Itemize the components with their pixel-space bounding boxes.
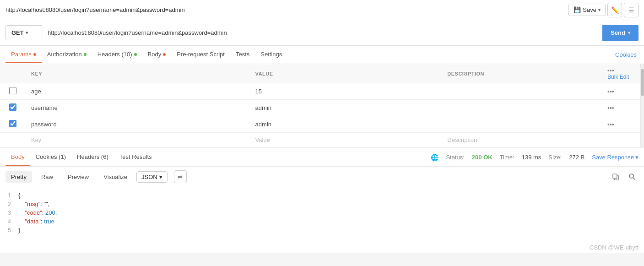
row-desc-cell[interactable] [442,83,602,100]
authorization-dot [84,53,87,56]
bulk-edit-button[interactable]: Bulk Edit [607,74,629,80]
send-chevron-icon: ▾ [628,30,630,35]
row-value-cell[interactable]: 15 [250,83,442,100]
format-tab-preview[interactable]: Preview [62,171,94,183]
more-actions-icon: ••• [607,67,614,74]
row-more-button[interactable]: ••• [607,88,614,95]
format-tab-raw[interactable]: Raw [36,171,59,183]
params-dot [33,53,36,56]
code-content: "msg": "", [18,201,49,207]
row-checkbox[interactable] [9,103,16,111]
status-area: 🌐 Status: 200 OK Time: 139 ms Size: 272 … [431,154,639,161]
row-key-cell[interactable]: username [26,100,250,116]
tab-settings[interactable]: Settings [255,46,287,63]
tab-prerequest[interactable]: Pre-request Script [171,46,230,63]
status-label: Status: [446,154,464,161]
row-value-cell[interactable]: admin [250,116,442,133]
code-line-4: 4 "data": true [0,217,644,226]
code-content: "code": 200, [18,209,57,216]
format-tab-pretty[interactable]: Pretty [5,171,32,183]
format-tab-pretty-label: Pretty [11,174,27,180]
scrollbar[interactable] [640,64,644,147]
url-input[interactable] [42,25,602,41]
row-desc-cell[interactable] [442,100,602,116]
row-checkbox-cell[interactable] [0,116,26,133]
row-checkbox[interactable] [9,120,16,127]
code-line-1: 1 { [0,191,644,200]
row-action-cell: ••• [602,100,640,116]
response-tab-test-results[interactable]: Test Results [114,149,157,166]
code-content: "data": true [18,218,54,225]
row-desc-placeholder[interactable]: Description [442,133,602,147]
tab-prerequest-label: Pre-request Script [177,51,225,58]
row-desc-cell[interactable] [442,116,602,133]
save-response-chevron: ▾ [635,154,639,161]
response-section: Body Cookies (1) Headers (6) Test Result… [0,147,644,253]
json-format-chevron: ▾ [159,174,162,180]
body-dot [163,53,166,56]
table-row: age 15 ••• [0,83,640,100]
row-action-cell [602,133,640,147]
response-tab-headers[interactable]: Headers (6) [71,149,114,166]
wrap-icon: ⇌ [178,174,183,180]
status-value: 200 OK [472,154,492,161]
top-url: http://localhost:8080/user/login?usernam… [5,6,185,13]
code-content: { [18,192,20,199]
row-key: username [31,104,58,111]
table-row-placeholder: Key Value Description [0,133,640,147]
save-icon: 💾 [574,6,581,13]
code-line-5: 5 } [0,226,644,234]
row-key-placeholder[interactable]: Key [26,133,250,147]
row-checkbox-cell[interactable] [0,100,26,116]
send-button[interactable]: Send ▾ [602,25,639,41]
tab-authorization-label: Authorization [47,51,82,58]
tab-body[interactable]: Body [142,46,172,63]
response-tab-body[interactable]: Body [5,149,30,166]
svg-line-3 [633,178,635,179]
wrap-button[interactable]: ⇌ [174,170,187,183]
globe-icon: 🌐 [431,154,438,161]
save-button[interactable]: 💾 Save ▾ [568,4,606,16]
line-number: 1 [0,192,18,199]
search-button[interactable] [626,170,639,183]
json-format-select[interactable]: JSON ▾ [136,171,168,183]
row-more-button[interactable]: ••• [607,121,614,128]
tab-headers[interactable]: Headers (10) [92,46,142,63]
row-checkbox[interactable] [9,87,16,94]
code-value: true [44,218,54,225]
row-value-cell[interactable]: admin [250,100,442,116]
right-icons [609,170,639,183]
tab-params[interactable]: Params [5,46,42,63]
save-chevron-icon: ▾ [598,7,601,12]
comment-button[interactable]: ☰ [624,3,639,17]
row-key-cell[interactable]: password [26,116,250,133]
code-line-2: 2 "msg": "", [0,200,644,208]
table-header-row: KEY VALUE DESCRIPTION ••• Bulk Edit [0,64,640,83]
key-placeholder: Key [31,136,41,143]
response-tab-cookies[interactable]: Cookies (1) [30,149,71,166]
row-checkbox-cell[interactable] [0,83,26,100]
row-value-placeholder[interactable]: Value [250,133,442,147]
format-tab-visualize[interactable]: Visualize [98,171,133,183]
method-select[interactable]: GET ▾ [5,25,42,40]
format-tab-raw-label: Raw [41,174,53,180]
row-more-button[interactable]: ••• [607,104,614,112]
tab-authorization[interactable]: Authorization [42,46,92,63]
line-number: 4 [0,218,18,225]
save-response-button[interactable]: Save Response ▾ [592,154,639,161]
row-value: admin [255,104,271,111]
cookies-link[interactable]: Cookies [613,47,639,63]
code-value: "" [43,201,48,207]
col-actions: ••• Bulk Edit [602,64,640,83]
row-key-cell[interactable]: age [26,83,250,100]
response-tab-headers-label: Headers (6) [77,153,108,160]
table-row: password admin ••• [0,116,640,133]
copy-button[interactable] [609,170,622,183]
format-tabs-row: Pretty Raw Preview Visualize JSON ▾ ⇌ [0,167,644,187]
edit-button[interactable]: ✏️ [607,3,622,17]
format-tab-visualize-label: Visualize [103,174,127,180]
send-label: Send [611,29,625,36]
format-tab-preview-label: Preview [68,174,89,180]
tab-tests[interactable]: Tests [230,46,255,63]
row-value: admin [255,121,271,128]
